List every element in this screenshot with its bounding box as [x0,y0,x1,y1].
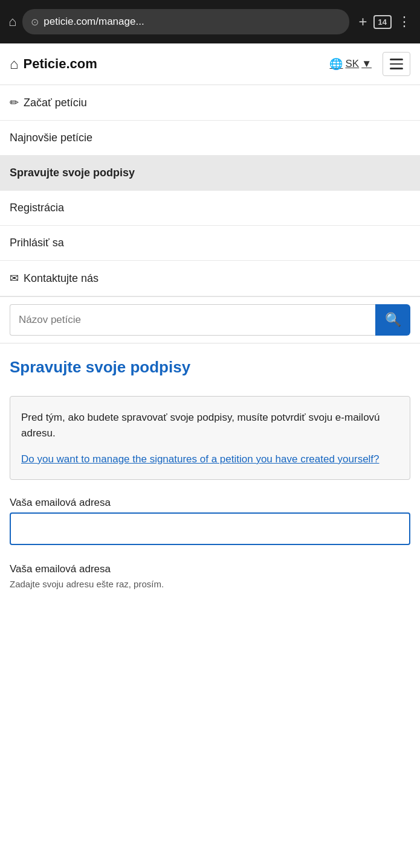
confirm-email-sublabel: Zadajte svoju adresu ešte raz, prosím. [10,579,410,589]
nav-item-contact[interactable]: ✉ Kontaktujte nás [0,261,420,296]
search-input[interactable] [10,304,375,336]
nav-label-contact: Kontaktujte nás [24,272,99,285]
logo-text: Peticie.com [24,56,97,72]
browser-url-bar[interactable]: ⊙ peticie.com/manage... [22,9,349,34]
nav-item-manage-signatures[interactable]: Spravujte svoje podpisy [0,156,420,191]
globe-icon: 🌐 [329,57,343,71]
email-field-group: Vaša emailová adresa [10,497,410,557]
confirm-email-label: Vaša emailová adresa [10,563,410,575]
lang-arrow-icon: ▼ [361,58,372,70]
nav-label-latest-petitions: Najnovšie petície [10,132,92,144]
nav-item-login[interactable]: Prihlásiť sa [0,226,420,261]
page-title: Spravujte svoje podpisy [10,358,410,377]
nav-item-start-petition[interactable]: ✏ Začať petíciu [0,85,420,121]
nav-item-registration[interactable]: Registrácia [0,191,420,226]
confirm-email-field-group: Vaša emailová adresa Zadajte svoju adres… [10,563,410,589]
navigation-menu: ✏ Začať petíciu Najnovšie petície Spravu… [0,85,420,297]
email-input[interactable] [10,512,410,545]
browser-url-icon: ⊙ [31,16,39,28]
site-logo[interactable]: ⌂ Peticie.com [10,56,329,72]
search-button[interactable]: 🔍 [375,304,410,336]
nav-label-registration: Registrácia [10,202,64,214]
logo-home-icon: ⌂ [10,56,19,72]
search-icon: 🔍 [385,312,401,328]
manage-created-petition-link[interactable]: Do you want to manage the signatures of … [21,452,399,467]
main-content: Spravujte svoje podpisy Pred tým, ako bu… [0,343,420,614]
browser-menu-icon[interactable]: ⋮ [398,14,412,30]
language-selector[interactable]: 🌐 SK ▼ [329,57,372,71]
lang-label: SK [345,58,359,70]
browser-add-tab-icon[interactable]: + [359,13,367,30]
nav-label-manage-signatures: Spravujte svoje podpisy [10,167,135,179]
browser-chrome: ⌂ ⊙ peticie.com/manage... + 14 ⋮ [0,0,420,43]
hamburger-icon [390,59,403,69]
site-header: ⌂ Peticie.com 🌐 SK ▼ [0,43,420,85]
browser-tabs-count[interactable]: 14 [373,15,392,29]
nav-label-login: Prihlásiť sa [10,237,64,249]
info-box-text: Pred tým, ako budete spravovať svoje pod… [21,410,399,441]
hamburger-menu-button[interactable] [383,52,410,76]
info-box: Pred tým, ako budete spravovať svoje pod… [10,396,410,480]
nav-label-start-petition: Začať petíciu [24,97,87,109]
email-label: Vaša emailová adresa [10,497,410,509]
nav-item-latest-petitions[interactable]: Najnovšie petície [0,121,420,156]
envelope-icon: ✉ [10,272,19,285]
edit-icon: ✏ [10,96,19,109]
browser-home-icon[interactable]: ⌂ [8,14,16,30]
search-bar: 🔍 [0,297,420,343]
browser-url-text: peticie.com/manage... [44,16,144,28]
